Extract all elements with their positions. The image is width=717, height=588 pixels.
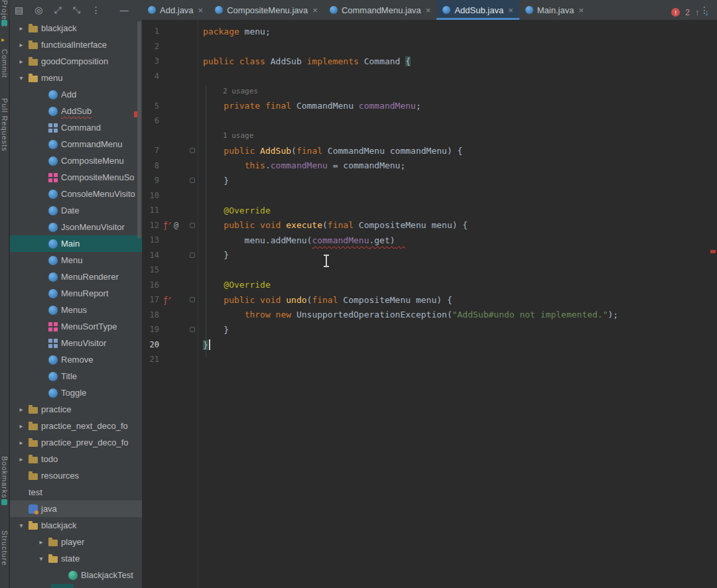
line-number[interactable]: 17 — [142, 295, 159, 304]
tree-item-practice_prev_deco_fo[interactable]: ▸practice_prev_deco_fo — [10, 434, 142, 451]
tool-label-pull-requests[interactable]: Pull Requests — [1, 98, 9, 152]
tree-item-Date[interactable]: Date — [10, 202, 142, 219]
code-text[interactable]: } — [198, 339, 210, 350]
tree-item-Remove[interactable]: Remove — [10, 351, 142, 368]
line-number[interactable]: 3 — [142, 56, 159, 66]
code-text[interactable]: public AddSub(final CommandMenu commandM… — [198, 146, 462, 156]
editor-tab-CompositeMenu.java[interactable]: CompositeMenu.java× — [209, 0, 324, 20]
line-number[interactable]: 8 — [142, 161, 159, 170]
tree-item-test[interactable]: test — [10, 484, 142, 500]
fold-marker-icon[interactable] — [190, 327, 195, 332]
code-text[interactable]: package menu; — [198, 27, 271, 36]
line-number[interactable]: 16 — [142, 280, 159, 290]
fold-marker-icon[interactable] — [190, 178, 195, 183]
line-number[interactable]: 20 — [142, 340, 159, 349]
line-number[interactable]: 6 — [142, 116, 159, 125]
annotation-gutter-icon[interactable]: @ — [174, 221, 178, 229]
line-number[interactable]: 14 — [142, 251, 159, 260]
fold-marker-icon[interactable] — [190, 223, 195, 228]
chevron-down-icon[interactable]: ▾ — [34, 555, 48, 562]
override-method-icon[interactable]: ƒ↗ — [163, 296, 171, 304]
maximize-icon[interactable]: ⤢ — [54, 5, 61, 16]
editor-tab-Main.java[interactable]: Main.java× — [519, 0, 590, 20]
more-options-icon[interactable]: ⋮ — [92, 5, 101, 15]
tree-item-player[interactable]: ▸player — [10, 534, 142, 550]
minimize-icon[interactable]: — — [120, 5, 129, 15]
tree-item-goodComposition[interactable]: ▸goodComposition — [10, 53, 142, 70]
usages-hint[interactable]: 1 usage — [218, 131, 253, 140]
tree-item-blackjack[interactable]: ▸blackjack — [10, 20, 142, 36]
tool-label-commit[interactable]: Commit — [1, 49, 9, 78]
fold-marker-icon[interactable] — [190, 148, 195, 153]
fold-marker-icon[interactable] — [190, 253, 195, 258]
code-text[interactable]: private final CommandMenu commandMenu; — [198, 101, 421, 111]
line-number[interactable]: 7 — [142, 146, 159, 155]
fold-marker-icon[interactable] — [190, 297, 195, 302]
tree-item-AddSub[interactable]: AddSub — [10, 103, 142, 119]
tree-item-MenuReport[interactable]: MenuReport — [10, 285, 142, 302]
tree-item-practice_next_deco_fo[interactable]: ▸practice_next_deco_fo — [10, 418, 142, 434]
line-number[interactable]: 11 — [142, 206, 159, 215]
tree-item-MenuRenderer[interactable]: MenuRenderer — [10, 268, 142, 285]
line-number[interactable]: 12 — [142, 221, 159, 230]
tool-icon-bottom[interactable] — [1, 499, 7, 505]
prev-error-icon[interactable]: ↑ — [695, 7, 700, 17]
code-text[interactable]: public class AddSub implements Command { — [198, 56, 411, 66]
tree-item-java[interactable]: java — [10, 500, 142, 517]
chevron-right-icon[interactable]: ▸ — [14, 58, 29, 65]
tree-item-menu[interactable]: ▾menu — [10, 70, 142, 86]
tool-label-bookmarks[interactable]: Bookmarks — [1, 456, 9, 499]
tree-item-functioalInterface[interactable]: ▸functioalInterface — [10, 36, 142, 53]
line-number[interactable]: 19 — [142, 325, 159, 334]
tree-item-MenuVisitor[interactable]: MenuVisitor — [10, 335, 142, 351]
code-text[interactable]: @Override — [198, 206, 271, 215]
tree-item-ConsoleMenuVisito[interactable]: ConsoleMenuVisito — [10, 186, 142, 202]
close-tab-icon[interactable]: × — [578, 5, 584, 15]
chevron-down-icon[interactable]: ▾ — [14, 74, 29, 82]
chevron-right-icon[interactable]: ▸ — [14, 41, 29, 48]
close-tab-icon[interactable]: × — [508, 5, 513, 15]
chevron-right-icon[interactable]: ▸ — [14, 439, 29, 446]
code-text[interactable]: public void execute(final CompositeMenu … — [198, 220, 468, 230]
inspections-widget[interactable]: ! 2 ↑ ↓ — [671, 7, 709, 17]
tree-item-practice[interactable]: ▸practice — [10, 401, 142, 418]
override-method-icon[interactable]: ƒ↗ — [163, 221, 171, 229]
line-number[interactable]: 5 — [142, 101, 159, 111]
line-number[interactable]: 9 — [142, 176, 159, 185]
code-text[interactable]: } — [198, 250, 229, 260]
tree-item-blackjack[interactable]: ▾blackjack — [10, 517, 142, 534]
tree-item-Menus[interactable]: Menus — [10, 302, 142, 318]
line-number[interactable]: 21 — [142, 355, 159, 364]
tool-icon-arrow[interactable]: ▸ — [1, 36, 5, 43]
tree-item-todo[interactable]: ▸todo — [10, 451, 142, 467]
restore-icon[interactable]: ⤡ — [73, 5, 80, 16]
chevron-right-icon[interactable]: ▸ — [34, 538, 48, 546]
code-text[interactable]: } — [198, 176, 229, 186]
tree-item-state[interactable]: ▾state — [10, 550, 142, 567]
usages-hint[interactable]: 2 usages — [218, 87, 258, 95]
tree-item-CompositeMenu[interactable]: CompositeMenu — [10, 152, 142, 169]
project-panel-icon[interactable]: ▤ — [15, 5, 23, 15]
line-number[interactable]: 15 — [142, 265, 159, 274]
chevron-right-icon[interactable]: ▸ — [14, 455, 29, 463]
chevron-right-icon[interactable]: ▸ — [14, 25, 29, 32]
close-tab-icon[interactable]: × — [198, 5, 204, 15]
code-text[interactable]: menu.addMenu(commandMenu.get) — [198, 235, 405, 245]
code-text[interactable]: @Override — [198, 280, 271, 290]
line-number[interactable]: 2 — [142, 42, 159, 51]
line-number[interactable]: 13 — [142, 235, 159, 245]
target-icon[interactable]: ◎ — [34, 5, 42, 15]
chevron-down-icon[interactable]: ▾ — [14, 522, 29, 529]
code-text[interactable]: this.commandMenu = commandMenu; — [198, 160, 405, 170]
editor-tab-CommandMenu.java[interactable]: CommandMenu.java× — [324, 0, 437, 20]
code-text[interactable]: } — [198, 325, 229, 335]
tree-item-Toggle[interactable]: Toggle — [10, 384, 142, 401]
tree-item-CommandMenu[interactable]: CommandMenu — [10, 136, 142, 152]
chevron-right-icon[interactable]: ▸ — [14, 422, 29, 430]
tool-icon-top[interactable] — [1, 20, 7, 26]
tree-item-resources[interactable]: resources — [10, 467, 142, 484]
tree-item-Menu[interactable]: Menu — [10, 252, 142, 268]
line-number[interactable]: 10 — [142, 191, 159, 200]
tree-item-JsonMenuVisitor[interactable]: JsonMenuVisitor — [10, 219, 142, 235]
editor-tab-AddSub.java[interactable]: AddSub.java× — [436, 0, 519, 20]
